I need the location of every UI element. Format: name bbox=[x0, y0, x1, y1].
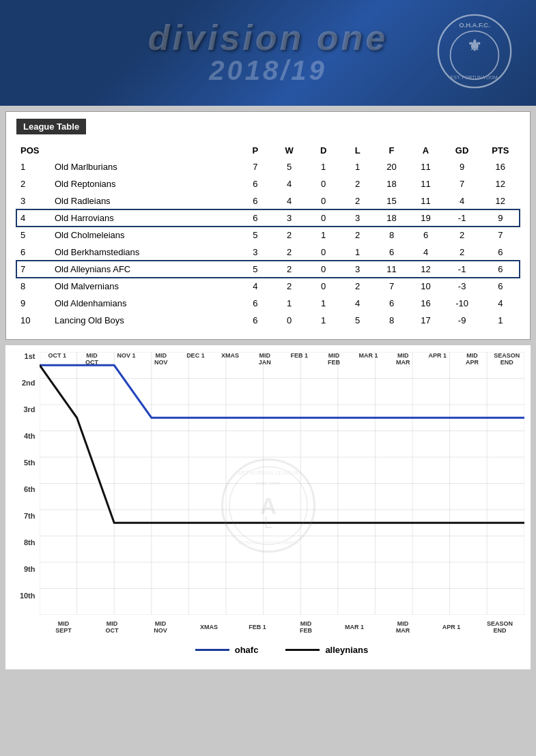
cell-w: 4 bbox=[272, 175, 307, 192]
cell-team: Lancing Old Boys bbox=[51, 312, 238, 329]
table-row: 7 Old Alleynians AFC 5 2 0 3 11 12 -1 6 bbox=[16, 261, 520, 278]
x-label-xmas: XMAS bbox=[213, 352, 248, 366]
chart-container: 1st2nd3rd4th5th6th7th8th9th10th bbox=[12, 352, 524, 659]
cell-w: 3 bbox=[272, 209, 307, 227]
cell-l: 2 bbox=[341, 278, 375, 295]
cell-p: 7 bbox=[238, 158, 272, 175]
cell-p: 5 bbox=[238, 261, 272, 278]
y-axis-label: 5th bbox=[12, 459, 38, 485]
cell-a: 11 bbox=[409, 175, 443, 192]
y-axis-label: 6th bbox=[12, 485, 38, 512]
svg-text:EST. FORTUNA DOM.: EST. FORTUNA DOM. bbox=[450, 75, 498, 81]
cell-pos: 7 bbox=[16, 261, 51, 278]
col-p: P bbox=[238, 143, 272, 158]
y-axis-labels: 1st2nd3rd4th5th6th7th8th9th10th bbox=[12, 352, 38, 618]
cell-a: 10 bbox=[409, 278, 443, 295]
cell-p: 6 bbox=[238, 312, 272, 329]
x-labels-top: OCT 1 MIDOCT NOV 1 MIDNOV DEC 1 XMAS MID… bbox=[40, 352, 524, 366]
cell-f: 8 bbox=[375, 312, 409, 329]
x-bottom-mid-sept: MIDSEPT bbox=[40, 617, 88, 637]
y-axis-label: 3rd bbox=[12, 405, 38, 432]
alleynians-legend-line bbox=[285, 649, 320, 651]
cell-team: Old Reptonians bbox=[51, 175, 238, 192]
table-row: 2 Old Reptonians 6 4 0 2 18 11 7 12 bbox=[16, 175, 520, 192]
cell-team: Old Malvernians bbox=[51, 278, 238, 295]
cell-pos: 1 bbox=[16, 158, 51, 175]
cell-a: 17 bbox=[409, 312, 443, 329]
cell-d: 1 bbox=[307, 158, 341, 175]
cell-w: 1 bbox=[272, 295, 307, 312]
cell-gd: -10 bbox=[442, 295, 481, 312]
club-crest: O.H.A.F.C. ⚜ EST. FORTUNA DOM. bbox=[434, 7, 516, 96]
cell-team: Old Harrovians bbox=[51, 209, 238, 227]
table-row: 8 Old Malvernians 4 2 0 2 7 10 -3 6 bbox=[16, 278, 520, 295]
position-chart bbox=[40, 352, 524, 615]
cell-p: 4 bbox=[238, 278, 272, 295]
cell-team: Old Marlburians bbox=[51, 158, 238, 175]
league-table-title: League Table bbox=[16, 119, 86, 134]
cell-f: 7 bbox=[375, 278, 409, 295]
cell-d: 0 bbox=[307, 192, 341, 209]
x-bottom-mid-oct: MIDOCT bbox=[88, 617, 137, 637]
y-axis-label: 1st bbox=[12, 352, 38, 379]
cell-gd: -3 bbox=[442, 278, 481, 295]
cell-p: 6 bbox=[238, 192, 272, 209]
y-axis-label: 8th bbox=[12, 538, 38, 565]
cell-w: 2 bbox=[272, 244, 307, 261]
cell-d: 0 bbox=[307, 244, 341, 261]
col-gd: GD bbox=[442, 143, 481, 158]
cell-d: 1 bbox=[307, 227, 341, 244]
cell-w: 4 bbox=[272, 192, 307, 209]
cell-p: 6 bbox=[238, 209, 272, 227]
cell-l: 5 bbox=[341, 312, 375, 329]
cell-d: 1 bbox=[307, 295, 341, 312]
x-label-mid-feb: MIDFEB bbox=[317, 352, 352, 366]
cell-pts: 12 bbox=[481, 192, 520, 209]
x-label-nov1: NOV 1 bbox=[109, 352, 144, 366]
y-axis-label: 10th bbox=[12, 592, 38, 618]
cell-pos: 6 bbox=[16, 244, 51, 261]
cell-l: 3 bbox=[341, 261, 375, 278]
cell-d: 0 bbox=[307, 278, 341, 295]
cell-p: 5 bbox=[238, 227, 272, 244]
table-row: 3 Old Radleians 6 4 0 2 15 11 4 12 bbox=[16, 192, 520, 209]
cell-f: 8 bbox=[375, 227, 409, 244]
cell-pts: 16 bbox=[481, 158, 520, 175]
cell-team: Old Radleians bbox=[51, 192, 238, 209]
svg-text:⚜: ⚜ bbox=[467, 37, 482, 55]
x-bottom-feb1: FEB 1 bbox=[234, 617, 282, 637]
table-row: 4 Old Harrovians 6 3 0 3 18 19 -1 9 bbox=[16, 209, 520, 227]
cell-l: 1 bbox=[341, 244, 375, 261]
cell-d: 0 bbox=[307, 261, 341, 278]
cell-d: 0 bbox=[307, 209, 341, 227]
ohafc-legend: ohafc bbox=[195, 645, 259, 655]
cell-f: 18 bbox=[375, 175, 409, 192]
x-bottom-mid-feb: MIDFEB bbox=[282, 617, 330, 637]
cell-gd: -1 bbox=[442, 209, 481, 227]
cell-w: 0 bbox=[272, 312, 307, 329]
cell-team: Old Alleynians AFC bbox=[51, 261, 238, 278]
cell-team: Old Aldenhamians bbox=[51, 295, 238, 312]
cell-a: 19 bbox=[409, 209, 443, 227]
table-row: 6 Old Berkhamstedians 3 2 0 1 6 4 2 6 bbox=[16, 244, 520, 261]
alleynians-legend: alleynians bbox=[285, 645, 368, 655]
cell-d: 0 bbox=[307, 175, 341, 192]
cell-p: 6 bbox=[238, 175, 272, 192]
chart-section: 1st2nd3rd4th5th6th7th8th9th10th bbox=[5, 345, 531, 669]
cell-w: 2 bbox=[272, 278, 307, 295]
svg-text:O.H.A.F.C.: O.H.A.F.C. bbox=[459, 21, 490, 29]
cell-p: 3 bbox=[238, 244, 272, 261]
page-header: division one 2018/19 O.H.A.F.C. ⚜ EST. F… bbox=[0, 0, 536, 106]
x-labels-bottom: MIDSEPT MIDOCT MIDNOV XMAS FEB 1 MIDFEB … bbox=[40, 617, 524, 637]
chart-legend: ohafc alleynians bbox=[40, 640, 524, 659]
y-axis-label: 4th bbox=[12, 432, 38, 459]
ohafc-legend-label: ohafc bbox=[235, 645, 259, 655]
col-w: W bbox=[272, 143, 307, 158]
cell-l: 2 bbox=[341, 175, 375, 192]
cell-l: 4 bbox=[341, 295, 375, 312]
x-bottom-mar1: MAR 1 bbox=[330, 617, 379, 637]
col-l: L bbox=[341, 143, 375, 158]
x-label-mid-jan: MIDJAN bbox=[247, 352, 282, 366]
cell-w: 5 bbox=[272, 158, 307, 175]
x-label-mid-mar: MIDMAR bbox=[386, 352, 421, 366]
